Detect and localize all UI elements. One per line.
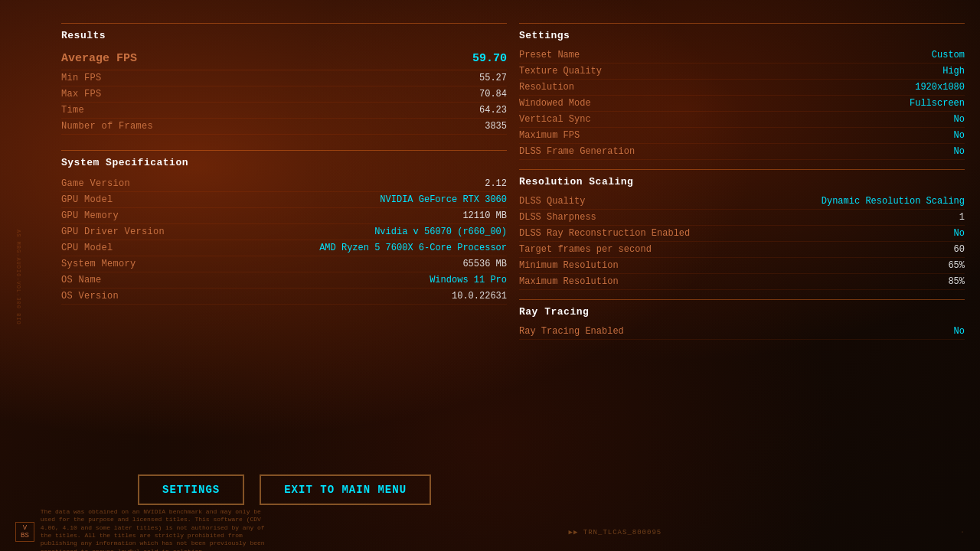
disclaimer-text: The data was obtained on an NVIDIA bench… bbox=[41, 508, 270, 551]
system-label: GPU Driver Version bbox=[61, 227, 165, 237]
resolution-label: Target frames per second bbox=[519, 244, 652, 255]
ray-tracing-title: Ray Tracing bbox=[519, 299, 965, 318]
settings-label: Windowed Mode bbox=[519, 98, 591, 109]
raytracing-label: Ray Tracing Enabled bbox=[519, 326, 624, 337]
system-row: OS NameWindows 11 Pro bbox=[61, 272, 507, 289]
system-value: Nvidia v 56070 (r660_00) bbox=[374, 227, 507, 237]
system-spec-section: System Specification Game Version2.12GPU… bbox=[61, 150, 507, 305]
settings-value: No bbox=[954, 146, 965, 157]
result-value: 3835 bbox=[485, 121, 507, 132]
settings-row: Vertical SyncNo bbox=[519, 112, 965, 128]
settings-label: Resolution bbox=[519, 82, 574, 93]
system-row: GPU ModelNVIDIA GeForce RTX 3060 bbox=[61, 192, 507, 208]
settings-row: Maximum FPSNo bbox=[519, 128, 965, 144]
settings-label: Preset Name bbox=[519, 50, 580, 60]
avg-fps-row: Average FPS 59.70 bbox=[61, 49, 507, 70]
resolution-value: 1 bbox=[959, 212, 965, 223]
system-row: GPU Driver VersionNvidia v 56070 (r660_0… bbox=[61, 224, 507, 240]
resolution-row: DLSS Sharpness1 bbox=[519, 210, 965, 226]
settings-rows: Preset NameCustomTexture QualityHighReso… bbox=[519, 47, 965, 160]
resolution-row: Maximum Resolution85% bbox=[519, 274, 965, 290]
result-row: Max FPS70.84 bbox=[61, 86, 507, 103]
result-row: Time64.23 bbox=[61, 103, 507, 119]
bottom-left: V BS The data was obtained on an NVIDIA … bbox=[15, 508, 270, 551]
resolution-label: DLSS Sharpness bbox=[519, 212, 596, 223]
settings-row: Texture QualityHigh bbox=[519, 64, 965, 80]
result-value: 64.23 bbox=[479, 105, 507, 116]
system-label: Game Version bbox=[61, 178, 130, 189]
result-label: Time bbox=[61, 105, 84, 116]
system-value: 10.0.22631 bbox=[452, 291, 507, 302]
settings-label: Vertical Sync bbox=[519, 114, 591, 125]
settings-value: Custom bbox=[932, 50, 965, 60]
resolution-value: 65% bbox=[948, 260, 965, 271]
system-value: NVIDIA GeForce RTX 3060 bbox=[380, 194, 507, 205]
settings-button[interactable]: Settings bbox=[138, 474, 244, 505]
result-value: 55.27 bbox=[479, 73, 507, 83]
resolution-label: Maximum Resolution bbox=[519, 276, 619, 287]
bottom-center-text: ▶▶ TRN_TLCAS_800095 bbox=[569, 528, 662, 536]
resolution-label: DLSS Ray Reconstruction Enabled bbox=[519, 228, 690, 239]
settings-row: Preset NameCustom bbox=[519, 47, 965, 64]
system-label: OS Version bbox=[61, 291, 119, 302]
result-label: Number of Frames bbox=[61, 121, 153, 132]
system-value: AMD Ryzen 5 7600X 6-Core Processor bbox=[319, 243, 507, 253]
raytracing-value: No bbox=[954, 326, 965, 337]
avg-fps-value: 59.70 bbox=[472, 52, 507, 65]
system-label: OS Name bbox=[61, 275, 102, 285]
system-row: GPU Memory12110 MB bbox=[61, 208, 507, 224]
system-value: 2.12 bbox=[485, 178, 507, 189]
settings-value: High bbox=[942, 66, 965, 77]
resolution-value: No bbox=[954, 228, 965, 239]
resolution-value: 60 bbox=[954, 244, 965, 255]
system-row: System Memory65536 MB bbox=[61, 256, 507, 272]
left-panel: Results Average FPS 59.70 Min FPS55.27Ma… bbox=[61, 23, 507, 482]
system-value: Windows 11 Pro bbox=[430, 275, 507, 285]
results-rows: Min FPS55.27Max FPS70.84Time64.23Number … bbox=[61, 70, 507, 135]
version-bottom: BS bbox=[21, 532, 29, 540]
right-panel: Settings Preset NameCustomTexture Qualit… bbox=[519, 23, 965, 482]
bottom-buttons: Settings Exit to Main Menu bbox=[138, 474, 431, 505]
settings-row: DLSS Frame GenerationNo bbox=[519, 144, 965, 160]
settings-value: 1920x1080 bbox=[915, 82, 965, 93]
system-rows: Game Version2.12GPU ModelNVIDIA GeForce … bbox=[61, 176, 507, 305]
settings-value: Fullscreen bbox=[910, 98, 965, 109]
settings-label: DLSS Frame Generation bbox=[519, 146, 635, 157]
resolution-row: DLSS Ray Reconstruction EnabledNo bbox=[519, 226, 965, 242]
settings-row: Resolution1920x1080 bbox=[519, 80, 965, 96]
system-row: CPU ModelAMD Ryzen 5 7600X 6-Core Proces… bbox=[61, 240, 507, 256]
result-label: Min FPS bbox=[61, 73, 102, 83]
version-top: V bbox=[23, 524, 27, 532]
resolution-label: DLSS Quality bbox=[519, 196, 585, 207]
resolution-value: Dynamic Resolution Scaling bbox=[822, 196, 965, 207]
result-label: Max FPS bbox=[61, 89, 102, 99]
settings-row: Windowed ModeFullscreen bbox=[519, 96, 965, 112]
settings-value: No bbox=[954, 114, 965, 125]
resolution-row: DLSS QualityDynamic Resolution Scaling bbox=[519, 194, 965, 210]
system-label: GPU Memory bbox=[61, 210, 119, 221]
avg-fps-label: Average FPS bbox=[61, 52, 137, 65]
center-label: TRN_TLCAS_800095 bbox=[583, 529, 662, 536]
raytracing-row: Ray Tracing EnabledNo bbox=[519, 324, 965, 340]
result-value: 70.84 bbox=[479, 89, 507, 99]
arrow-icon: ▶▶ bbox=[569, 529, 579, 536]
settings-label: Texture Quality bbox=[519, 66, 602, 77]
resolution-label: Minimum Resolution bbox=[519, 260, 619, 271]
resolution-rows: DLSS QualityDynamic Resolution ScalingDL… bbox=[519, 194, 965, 290]
raytracing-rows: Ray Tracing EnabledNo bbox=[519, 324, 965, 340]
resolution-row: Target frames per second60 bbox=[519, 242, 965, 258]
resolution-value: 85% bbox=[948, 276, 965, 287]
version-box: V BS bbox=[15, 522, 34, 542]
exit-main-menu-button[interactable]: Exit to Main Menu bbox=[260, 474, 431, 505]
system-value: 12110 MB bbox=[462, 210, 507, 221]
bottom-right: · bbox=[960, 528, 965, 536]
system-label: System Memory bbox=[61, 259, 136, 269]
system-row: OS Version10.0.22631 bbox=[61, 289, 507, 305]
system-spec-title: System Specification bbox=[61, 157, 507, 168]
results-section: Results Average FPS 59.70 Min FPS55.27Ma… bbox=[61, 23, 507, 135]
bottom-bar: V BS The data was obtained on an NVIDIA … bbox=[0, 513, 980, 551]
system-label: CPU Model bbox=[61, 243, 113, 253]
system-label: GPU Model bbox=[61, 194, 113, 205]
resolution-scaling-title: Resolution Scaling bbox=[519, 169, 965, 187]
system-row: Game Version2.12 bbox=[61, 176, 507, 192]
